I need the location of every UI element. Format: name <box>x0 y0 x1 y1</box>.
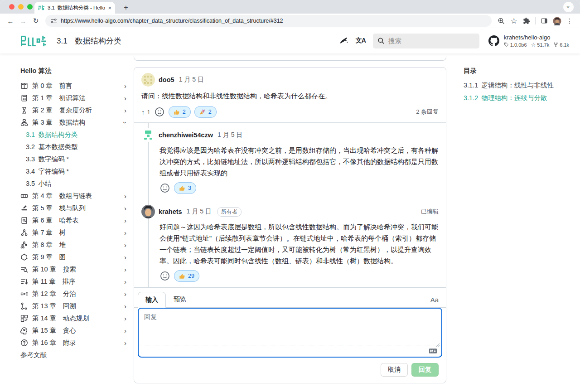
sidebar-title[interactable]: Hello 算法 <box>20 65 129 76</box>
toc-title: 目录 <box>464 65 580 76</box>
sidebar-item[interactable]: 第 16 章 附录› <box>20 337 129 349</box>
avatar-doo5[interactable] <box>141 73 155 87</box>
sidebar-item[interactable]: 第 3 章 数据结构› <box>20 116 129 129</box>
sidebar-item[interactable]: 第 12 章 分治› <box>20 288 129 300</box>
sidebar-item[interactable]: 参考文献 <box>20 349 129 361</box>
reaction-pill[interactable]: 3 <box>174 182 196 194</box>
comment-body: 请问：线性数据结构和非线性数据结构，哈希表为什么都存在。 <box>141 90 439 102</box>
hello-algo-logo[interactable] <box>20 35 47 47</box>
extensions-icon[interactable] <box>521 15 532 27</box>
theme-toggle-icon[interactable] <box>339 36 348 46</box>
tab-close-icon[interactable]: × <box>108 5 111 11</box>
cancel-button[interactable]: 取消 <box>381 363 408 377</box>
translate-icon[interactable]: 文A <box>356 37 366 45</box>
browser-menu-icon[interactable]: ⋮ <box>564 15 575 27</box>
add-reaction-button[interactable] <box>160 271 170 281</box>
new-tab-button[interactable]: + <box>121 2 131 13</box>
chevron-right-icon[interactable]: › <box>124 107 126 114</box>
graph-icon <box>20 253 28 261</box>
chevron-right-icon[interactable]: › <box>124 95 126 102</box>
profile-avatar[interactable] <box>551 15 563 27</box>
chevron-right-icon[interactable]: › <box>124 217 126 224</box>
sidebar-item[interactable]: 第 13 章 回溯› <box>20 300 129 312</box>
chevron-right-icon[interactable]: › <box>124 278 126 285</box>
reply-date[interactable]: 1 月 5 日 <box>218 131 242 139</box>
upvote-button[interactable]: ↑ 1 <box>141 108 150 116</box>
url-bar[interactable]: https://www.hello-algo.com/chapter_data_… <box>45 15 492 27</box>
sidebar-item[interactable]: 3.2 基本数据类型 <box>20 141 129 153</box>
reply-author[interactable]: krahets <box>159 208 182 215</box>
search-input[interactable] <box>388 37 475 44</box>
sidebar-item[interactable]: 第 9 章 图› <box>20 251 129 263</box>
chevron-right-icon[interactable]: › <box>124 315 126 322</box>
tab-preview[interactable]: 预览 <box>166 291 194 307</box>
search-box[interactable] <box>373 34 479 48</box>
window-close-button[interactable] <box>9 4 14 10</box>
chevron-right-icon[interactable]: › <box>124 229 126 236</box>
sidebar-item[interactable]: 3.5 小结 <box>20 178 129 190</box>
tab-write[interactable]: 输入 <box>138 292 166 308</box>
sidebar-item-active[interactable]: 3.1 数据结构分类 <box>20 129 129 141</box>
side-panel-icon[interactable] <box>538 15 550 27</box>
sidebar-item[interactable]: 第 7 章 树› <box>20 227 129 239</box>
browser-window: 3.1 数据结构分类 - Hello 算法 × + › ← → ↻ https:… <box>0 0 580 392</box>
sidebar-item[interactable]: 第 8 章 堆› <box>20 239 129 251</box>
avatar-chenzhiwei54czw[interactable] <box>141 128 155 142</box>
add-reaction-button[interactable] <box>154 106 165 117</box>
sidebar-item[interactable]: 第 5 章 栈与队列› <box>20 202 129 214</box>
reply-date[interactable]: 1 月 5 日 <box>187 208 212 216</box>
window-minimize-button[interactable] <box>18 4 24 10</box>
thumbs-up-emoji <box>174 109 180 115</box>
sidebar-item-label: 3.1 数据结构分类 <box>26 131 129 139</box>
chevron-down-icon[interactable]: › <box>122 121 129 124</box>
reaction-pill[interactable]: 2 <box>169 106 191 118</box>
github-repo-link[interactable]: krahets/hello-algo 1.0.0b6 ☆ 51.7k 6.1 <box>488 34 569 48</box>
reaction-pill[interactable]: 29 <box>174 270 199 282</box>
page-title: 3.1 数据结构分类 <box>57 36 121 46</box>
forward-button[interactable]: → <box>17 15 29 27</box>
sidebar-item[interactable]: 第 10 章 搜索› <box>20 263 129 276</box>
browser-tab[interactable]: 3.1 数据结构分类 - Hello 算法 × <box>34 2 115 14</box>
reaction-pill[interactable]: 2 <box>194 106 217 118</box>
chevron-right-icon[interactable]: › <box>124 339 126 346</box>
sidebar-item[interactable]: 3.3 数字编码 * <box>20 153 129 165</box>
upvote-count: 1 <box>147 109 150 116</box>
chevron-right-icon[interactable]: › <box>124 242 126 248</box>
window-zoom-button[interactable] <box>27 4 33 10</box>
chevron-right-icon[interactable]: › <box>124 205 126 212</box>
comment-date[interactable]: 1 月 5 日 <box>179 76 204 84</box>
sidebar-item[interactable]: 第 2 章 复杂度分析› <box>20 104 129 116</box>
reload-button[interactable]: ↻ <box>30 15 42 27</box>
bookmark-star-icon[interactable]: ☆ <box>508 15 520 27</box>
back-button[interactable]: ← <box>5 15 16 27</box>
sidebar-item-label: 第 9 章 图 <box>32 253 124 261</box>
chevron-right-icon[interactable]: › <box>124 290 126 297</box>
reply-author[interactable]: chenzhiwei54czw <box>159 131 213 139</box>
sidebar-item[interactable]: 第 4 章 数组与链表› <box>20 190 129 202</box>
add-reaction-button[interactable] <box>160 183 170 194</box>
reply-textarea[interactable] <box>139 309 441 345</box>
comment-author[interactable]: doo5 <box>159 76 174 83</box>
site-settings-icon[interactable] <box>51 18 57 24</box>
chevron-right-icon[interactable]: › <box>124 254 126 261</box>
tab-search-button[interactable]: › <box>563 2 574 12</box>
reply-submit-button[interactable]: 回复 <box>411 363 439 377</box>
chevron-right-icon[interactable]: › <box>124 327 126 334</box>
text-format-icon[interactable]: Aa <box>430 296 439 307</box>
sidebar-item[interactable]: 第 1 章 初识算法› <box>20 92 129 104</box>
toc-item-active[interactable]: 3.1.2 物理结构：连续与分散 <box>464 92 580 104</box>
sidebar-item[interactable]: 第 14 章 动态规划› <box>20 312 129 324</box>
avatar-krahets[interactable] <box>141 205 155 218</box>
sidebar-item[interactable]: 第 0 章 前言› <box>20 80 129 92</box>
sidebar-item[interactable]: 第 15 章 贪心› <box>20 324 129 337</box>
sidebar-item[interactable]: 3.4 字符编码 * <box>20 165 129 178</box>
chevron-right-icon[interactable]: › <box>124 82 126 89</box>
chevron-right-icon[interactable]: › <box>124 303 126 310</box>
toc-item[interactable]: 3.1.1 逻辑结构：线性与非线性 <box>464 79 580 92</box>
resize-handle-icon[interactable] <box>436 341 440 349</box>
chevron-right-icon[interactable]: › <box>124 193 126 199</box>
chevron-right-icon[interactable]: › <box>124 266 126 273</box>
zoom-indicator-icon[interactable] <box>495 15 507 27</box>
sidebar-item[interactable]: 第 6 章 哈希表› <box>20 214 129 227</box>
sidebar-item[interactable]: 第 11 章 排序› <box>20 276 129 288</box>
